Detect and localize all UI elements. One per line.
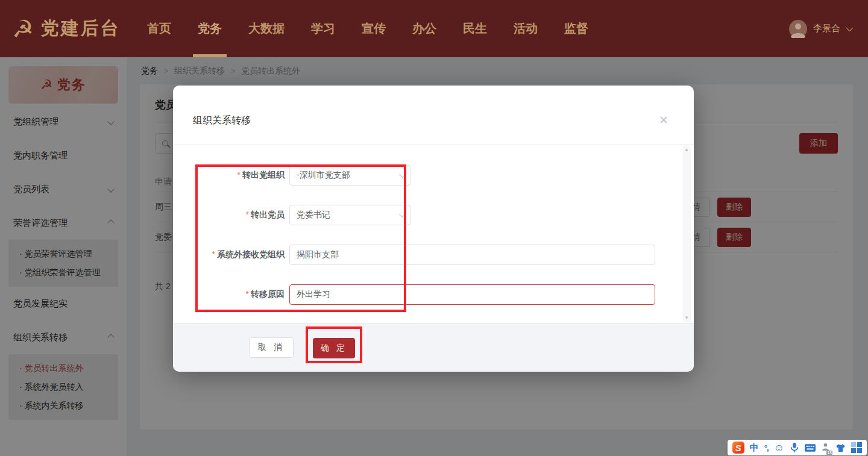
chevron-down-icon (399, 171, 406, 178)
form-row-transfer-reason: *转移原因 (173, 284, 694, 305)
chevron-down-icon (846, 24, 853, 31)
field-label: *转移原因 (173, 289, 289, 300)
transfer-modal: 组织关系转移 ✕ *转出党组织 -深圳市党支部 *转出党员 党委书记 *系统外接… (173, 86, 694, 372)
scroll-up-icon[interactable]: ▲ (682, 147, 691, 152)
field-label: *转出党员 (173, 210, 289, 220)
required-mark: * (237, 170, 241, 180)
out-org-select[interactable]: -深圳市党支部 (289, 165, 410, 186)
top-nav: 首页 党务 大数据 学习 宣传 办公 民生 活动 监督 (147, 0, 588, 57)
close-icon[interactable]: ✕ (659, 114, 668, 126)
nav-item-supervision[interactable]: 监督 (564, 0, 588, 57)
modal-header: 组织关系转移 ✕ (173, 86, 694, 145)
sogou-logo-icon[interactable]: S (732, 442, 744, 454)
party-emblem-icon: ☭ (12, 17, 34, 41)
keyboard-icon[interactable] (805, 444, 816, 452)
out-member-select[interactable]: 党委书记 (289, 205, 410, 225)
ime-menu-grid-icon[interactable] (851, 442, 862, 453)
modal-scrollbar[interactable]: ▲ ▼ (682, 145, 691, 323)
field-label: *转出党组织 (173, 170, 289, 181)
form-row-receiving-org: *系统外接收党组织 (173, 245, 694, 265)
modal-title: 组织关系转移 (193, 114, 251, 127)
select-value: -深圳市党支部 (297, 170, 350, 181)
select-value: 党委书记 (297, 210, 330, 220)
required-mark: * (212, 249, 215, 259)
scroll-down-icon[interactable]: ▼ (682, 315, 691, 320)
nav-item-party-affairs[interactable]: 党务 (198, 0, 222, 57)
modal-footer: 取 消 确 定 (173, 323, 694, 371)
ime-punctuation-icon[interactable]: °, (764, 443, 769, 452)
app-title: 党建后台 (41, 16, 121, 41)
form-row-out-org: *转出党组织 -深圳市党支部 (173, 165, 694, 186)
modal-body: *转出党组织 -深圳市党支部 *转出党员 党委书记 *系统外接收党组织 (173, 145, 694, 323)
nav-item-livelihood[interactable]: 民生 (463, 0, 487, 57)
microphone-icon[interactable] (790, 442, 799, 453)
confirm-button[interactable]: 确 定 (313, 338, 355, 358)
ime-language-icon[interactable]: 中 (750, 442, 759, 454)
form-row-out-member: *转出党员 党委书记 (173, 205, 694, 225)
app-logo: ☭ 党建后台 (12, 0, 121, 57)
required-mark: * (246, 289, 249, 299)
skin-shirt-icon[interactable] (835, 443, 846, 452)
avatar (789, 20, 807, 38)
cancel-button[interactable]: 取 消 (249, 337, 294, 358)
required-mark: * (246, 210, 249, 219)
user-name: 李景合 (813, 23, 840, 34)
app-header: ☭ 党建后台 首页 党务 大数据 学习 宣传 办公 民生 活动 监督 李景合 (0, 0, 868, 57)
ime-toolbar: S 中 °, ☺ 18 (728, 440, 867, 455)
nav-item-office[interactable]: 办公 (412, 0, 436, 57)
emoji-icon[interactable]: ☺ (774, 443, 784, 453)
badge-18: 18 (826, 451, 832, 455)
nav-item-bigdata[interactable]: 大数据 (248, 0, 285, 57)
nav-item-home[interactable]: 首页 (147, 0, 171, 57)
field-label: *系统外接收党组织 (173, 249, 289, 260)
transfer-reason-input[interactable] (289, 284, 655, 305)
nav-item-study[interactable]: 学习 (311, 0, 335, 57)
user-menu[interactable]: 李景合 (789, 0, 851, 57)
nav-item-activity[interactable]: 活动 (514, 0, 538, 57)
nav-item-publicity[interactable]: 宣传 (362, 0, 386, 57)
chevron-down-icon (399, 211, 406, 217)
login-status-icon[interactable]: 18 (821, 442, 830, 454)
receiving-org-input[interactable] (289, 245, 655, 265)
